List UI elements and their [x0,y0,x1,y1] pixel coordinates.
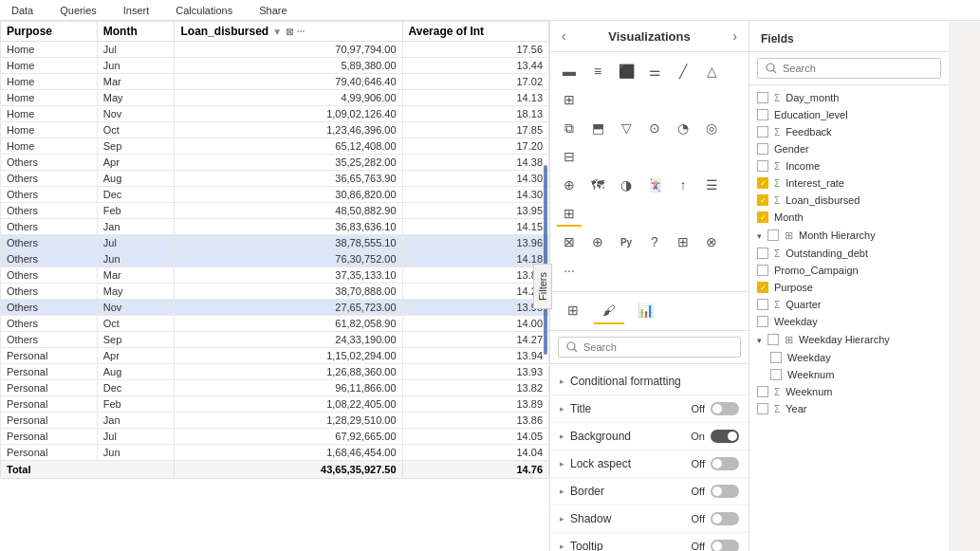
viz-filled-map[interactable]: 🗺 [584,172,611,198]
col-header-month[interactable]: Month [97,22,175,42]
viz-ribbon[interactable]: ⧉ [556,115,582,141]
field-checkbox[interactable] [757,143,768,155]
viz-area[interactable]: △ [698,58,725,84]
field-item-gender[interactable]: Gender [749,140,949,157]
field-checkbox[interactable]: ✓ [757,282,768,293]
toggle-border[interactable] [711,485,739,498]
format-row-shadow[interactable]: ▸ Shadow Off [550,505,749,532]
viz-analytics-btn[interactable]: 📊 [630,298,660,324]
field-item-month[interactable]: ✓ Month [749,209,949,226]
viz-funnel[interactable]: ▽ [613,115,639,141]
topbar-calculations[interactable]: Calculations [172,5,236,16]
toggle-lock aspect[interactable] [711,457,739,470]
viz-waterfall[interactable]: ⬒ [584,115,611,141]
field-item-promo_campaign[interactable]: Promo_Campaign [749,262,949,279]
viz-pie[interactable]: ◔ [670,115,696,141]
field-checkbox[interactable] [767,334,779,345]
table-row[interactable]: Others Apr 35,25,282.00 14.38 [1,155,549,171]
filters-tab[interactable]: Filters [533,264,552,309]
field-item-outstanding_debt[interactable]: Σ Outstanding_debt [749,245,949,262]
toggle-title[interactable] [711,402,739,415]
table-row[interactable]: Home Oct 1,23,46,396.00 17.85 [1,122,549,138]
field-checkbox[interactable] [757,160,768,172]
field-checkbox[interactable] [757,126,768,138]
viz-matrix[interactable]: ⊠ [556,229,582,255]
table-row[interactable]: Others Jan 36,83,636.10 14.15 [1,219,549,235]
table-row[interactable]: Home May 4,99,906.00 14.13 [1,90,549,106]
table-row[interactable]: Others Nov 27,65,723.00 13.98 [1,300,549,316]
viz-clustered-bar[interactable]: ≡ [584,58,611,84]
fields-search-input[interactable] [783,63,933,74]
table-row[interactable]: Others Sep 24,33,190.00 14.27 [1,332,549,348]
field-item-day_month[interactable]: Σ Day_month [749,89,949,106]
field-item-loan_disbursed[interactable]: ✓ Σ Loan_disbursed [749,192,949,209]
field-checkbox[interactable]: ✓ [757,211,768,223]
viz-qna[interactable]: ? [641,229,668,255]
field-item-purpose[interactable]: ✓ Purpose [749,279,949,296]
table-row[interactable]: Others Jul 38,78,555.10 13.96 [1,235,549,251]
format-row-border[interactable]: ▸ Border Off [550,478,749,505]
field-item-feedback[interactable]: Σ Feedback [749,123,949,140]
viz-format-btn[interactable]: 🖌 [594,298,624,324]
viz-scatter[interactable]: ⊙ [641,115,668,141]
field-checkbox[interactable] [757,386,768,397]
table-row[interactable]: Others Aug 36,65,763.90 14.30 [1,171,549,187]
viz-python[interactable]: Py [613,229,639,255]
field-item-weeknum[interactable]: Σ Weeknum [749,383,949,400]
col-header-loan[interactable]: Loan_disbursed ▼ ⊠ ··· [175,22,402,42]
format-row-background[interactable]: ▸ Background On [550,423,749,450]
topbar-queries[interactable]: Queries [56,5,101,16]
table-row[interactable]: Others Mar 37,35,133.10 13.83 [1,267,549,284]
field-checkbox[interactable] [770,369,782,380]
field-checkbox[interactable] [757,299,768,310]
field-checkbox[interactable]: ✓ [757,194,768,206]
viz-stacked-bar[interactable]: ▬ [556,58,582,84]
viz-line[interactable]: ╱ [670,58,696,84]
table-row[interactable]: Personal Jul 67,92,665.00 14.05 [1,429,549,445]
field-item-year[interactable]: Σ Year [749,400,949,417]
field-checkbox[interactable] [757,248,768,259]
table-row[interactable]: Others Dec 30,86,820.00 14.30 [1,187,549,203]
table-row[interactable]: Personal Aug 1,26,88,360.00 13.93 [1,364,549,380]
conditional-formatting-row[interactable]: ▸ Conditional formatting [550,368,749,395]
field-item-weekday[interactable]: Weekday [749,313,949,330]
field-checkbox[interactable] [757,316,768,327]
field-checkbox[interactable] [757,265,768,276]
topbar-data[interactable]: Data [8,5,37,16]
expand-arrow[interactable]: ▾ [757,336,762,345]
viz-donut[interactable]: ◎ [698,115,725,141]
format-row-title[interactable]: ▸ Title Off [550,395,749,422]
field-item-interest_rate[interactable]: ✓ Σ Interest_rate [749,174,949,192]
table-row[interactable]: Home Nov 1,09,02,126.40 18.13 [1,106,549,122]
field-item-education_level[interactable]: Education_level [749,106,949,123]
viz-key-inf[interactable]: ⊗ [698,229,725,255]
field-item-income[interactable]: Σ Income [749,157,949,174]
topbar-share[interactable]: Share [255,5,290,16]
field-item-weekday[interactable]: Weekday [749,349,949,366]
viz-fields-btn[interactable]: ⊞ [558,298,588,324]
viz-table[interactable]: ⊞ [556,200,582,227]
field-checkbox[interactable] [757,109,768,120]
field-item-weekday-hierarchy[interactable]: ▾ ⊞ Weekday Hierarchy [749,330,949,349]
table-row[interactable]: Personal Jun 1,68,46,454.00 14.04 [1,445,549,461]
table-row[interactable]: Home Jul 70,97,794.00 17.56 [1,42,549,58]
field-checkbox[interactable] [767,230,779,241]
viz-treemap[interactable]: ⊟ [556,143,582,170]
table-row[interactable]: Personal Apr 1,15,02,294.00 13.94 [1,348,549,364]
field-checkbox[interactable]: ✓ [757,177,768,189]
table-row[interactable]: Home Sep 65,12,408.00 17.20 [1,138,549,155]
viz-kpi[interactable]: ↑ [670,172,696,198]
viz-prev-btn[interactable]: ‹ [560,28,568,44]
toggle-tooltip[interactable] [711,540,739,551]
viz-clustered-col[interactable]: ⚌ [641,58,668,84]
field-checkbox[interactable] [757,92,768,103]
viz-stacked-col[interactable]: ⬛ [613,58,639,84]
viz-line-col[interactable]: ⊞ [556,86,582,113]
topbar-insert[interactable]: Insert [120,5,154,16]
table-row[interactable]: Personal Dec 96,11,866.00 13.82 [1,380,549,396]
viz-search-input[interactable] [583,341,732,353]
viz-search-box[interactable] [558,337,741,358]
table-row[interactable]: Personal Jan 1,28,29,510.00 13.86 [1,413,549,429]
viz-card[interactable]: 🃏 [641,172,668,198]
table-row[interactable]: Others Oct 61,82,058.90 14.00 [1,316,549,332]
